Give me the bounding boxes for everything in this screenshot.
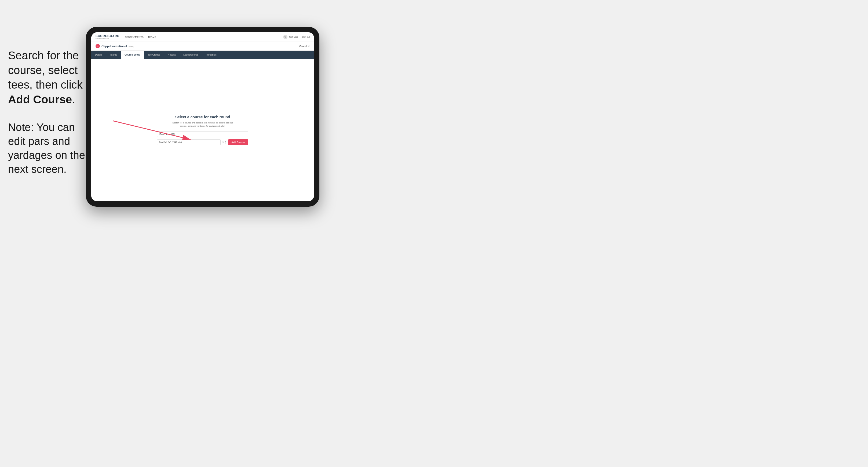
annotation-note-line2: edit pars and [8,135,70,147]
select-chevrons: ▲ ▼ [225,141,226,144]
tournament-title-wrap: C Clippd Invitational (Men) [96,44,134,48]
user-avatar: U [283,35,287,39]
tournament-badge: (Men) [129,45,134,48]
cancel-button[interactable]: Cancel ✕ [299,45,310,48]
annotation-text: Search for thecourse, selecttees, then c… [8,48,86,107]
tab-printables[interactable]: Printables [202,51,220,59]
course-search-input[interactable] [157,131,248,137]
tournament-icon: C [96,44,100,48]
annotation-note: Note: You can edit pars and yardages on … [8,120,86,176]
tab-leaderboards[interactable]: Leaderboards [180,51,202,59]
tee-select[interactable] [157,139,221,145]
annotation-note-line1: Note: You can [8,121,75,133]
tee-clear-icon[interactable]: ✕ [222,141,224,144]
card-desc: Search for a course and select a tee. Yo… [157,121,248,127]
annotation-bold: Add Course [8,93,72,106]
annotation-note-line3: yardages on the [8,149,85,161]
brand-subtitle: Powered by clippd [96,38,119,39]
navbar: SCOREBOARD Powered by clippd TOURNAMENTS… [91,32,314,42]
nav-links: TOURNAMENTS TEAMS [125,36,283,38]
tablet-screen: SCOREBOARD Powered by clippd TOURNAMENTS… [91,32,314,201]
user-label: Test User [289,36,298,38]
add-course-button[interactable]: Add Course [228,139,248,145]
signout-link[interactable]: Sign out [302,36,310,38]
annotation-period: . [72,93,75,106]
tabs-bar: Details Teams Course Setup Tee Groups Re… [91,51,314,59]
course-setup-card: Select a course for each round Search fo… [157,115,248,145]
nav-user: U Test User | Sign out [283,35,310,39]
chevron-down-icon: ▼ [225,142,226,144]
tab-teams[interactable]: Teams [106,51,121,59]
nav-tournaments[interactable]: TOURNAMENTS [125,36,143,38]
tab-results[interactable]: Results [164,51,180,59]
tournament-header: C Clippd Invitational (Men) Cancel ✕ [91,42,314,51]
tab-course-setup[interactable]: Course Setup [121,51,144,59]
tablet-device: SCOREBOARD Powered by clippd TOURNAMENTS… [86,27,319,207]
nav-separator: | [300,36,300,38]
navbar-brand: SCOREBOARD Powered by clippd [96,35,119,39]
tab-details[interactable]: Details [91,51,106,59]
nav-teams[interactable]: TEAMS [148,36,156,38]
annotation-note-line4: next screen. [8,163,67,175]
tournament-name: Clippd Invitational [101,44,127,48]
tee-select-row: ✕ ▲ ▼ Add Course [157,139,248,145]
card-title: Select a course for each round [157,115,248,119]
chevron-up-icon: ▲ [225,141,226,142]
brand-title: SCOREBOARD [96,35,119,38]
main-content: Select a course for each round Search fo… [91,59,314,201]
tab-tee-groups[interactable]: Tee Groups [144,51,164,59]
select-controls: ✕ ▲ ▼ [222,141,226,144]
annotation-area: Search for thecourse, selecttees, then c… [8,48,86,176]
search-input-wrap [157,131,248,137]
